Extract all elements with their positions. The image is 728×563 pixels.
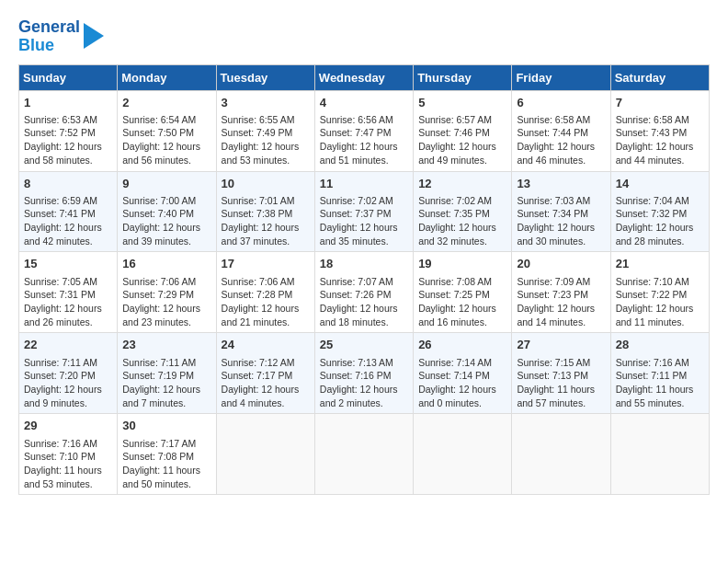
day-number: 19 [418,256,506,272]
calendar-cell: 16Sunrise: 7:06 AMSunset: 7:29 PMDayligh… [118,252,216,333]
day-info: Sunrise: 6:58 AM [517,113,605,127]
calendar-cell: 18Sunrise: 7:07 AMSunset: 7:26 PMDayligh… [314,252,413,333]
day-number: 10 [222,176,310,192]
day-info: Daylight: 12 hours and 0 minutes. [418,383,506,409]
day-number: 17 [222,256,310,272]
day-number: 29 [24,418,112,434]
day-number: 30 [122,418,210,434]
day-info: Sunset: 7:20 PM [24,369,112,383]
day-number: 7 [616,95,704,111]
day-info: Sunset: 7:43 PM [616,126,704,140]
day-info: Sunrise: 7:06 AM [122,275,210,289]
day-info: Daylight: 12 hours and 23 minutes. [122,302,210,328]
day-number: 28 [616,337,704,353]
calendar-cell: 29Sunrise: 7:16 AMSunset: 7:10 PMDayligh… [19,414,118,495]
day-number: 8 [24,176,112,192]
day-info: Daylight: 12 hours and 28 minutes. [616,221,704,247]
day-info: Daylight: 12 hours and 56 minutes. [122,140,210,167]
day-info: Sunset: 7:08 PM [122,450,210,464]
svg-marker-0 [84,23,104,49]
day-number: 21 [616,256,704,272]
day-info: Sunset: 7:31 PM [24,288,112,302]
column-header-monday: Monday [118,64,216,90]
calendar-cell: 9Sunrise: 7:00 AMSunset: 7:40 PMDaylight… [118,171,216,252]
day-info: Sunrise: 7:11 AM [24,356,112,370]
day-info: Sunset: 7:34 PM [517,207,605,221]
day-info: Sunrise: 6:56 AM [320,113,408,127]
calendar-cell: 15Sunrise: 7:05 AMSunset: 7:31 PMDayligh… [19,252,118,333]
day-info: Sunset: 7:22 PM [616,288,704,302]
calendar-cell: 8Sunrise: 6:59 AMSunset: 7:41 PMDaylight… [19,171,118,252]
day-number: 3 [222,95,310,111]
day-info: Sunrise: 7:00 AM [122,194,210,208]
day-info: Sunrise: 7:10 AM [616,275,704,289]
day-number: 2 [122,95,210,111]
day-info: Sunrise: 6:53 AM [24,113,112,127]
day-info: Daylight: 12 hours and 18 minutes. [320,302,408,328]
day-info: Daylight: 12 hours and 46 minutes. [517,140,605,167]
day-info: Daylight: 12 hours and 30 minutes. [517,221,605,247]
day-number: 14 [616,176,704,192]
day-info: Sunset: 7:49 PM [222,126,310,140]
day-info: Daylight: 12 hours and 49 minutes. [418,140,506,167]
day-info: Sunset: 7:11 PM [616,369,704,383]
calendar-header-row: SundayMondayTuesdayWednesdayThursdayFrid… [19,64,710,90]
day-info: Sunrise: 7:05 AM [24,275,112,289]
day-info: Sunset: 7:35 PM [418,207,506,221]
day-info: Sunset: 7:47 PM [320,126,408,140]
day-info: Sunrise: 7:07 AM [320,275,408,289]
calendar-cell [414,414,512,495]
day-info: Sunrise: 7:12 AM [222,356,310,370]
calendar-table: SundayMondayTuesdayWednesdayThursdayFrid… [18,64,710,496]
day-info: Sunset: 7:29 PM [122,288,210,302]
calendar-cell: 4Sunrise: 6:56 AMSunset: 7:47 PMDaylight… [314,90,413,171]
day-info: Sunset: 7:23 PM [517,288,605,302]
calendar-cell: 12Sunrise: 7:02 AMSunset: 7:35 PMDayligh… [414,171,512,252]
day-info: Sunset: 7:37 PM [320,207,408,221]
day-number: 27 [517,337,605,353]
page-header: General Blue [18,18,710,55]
day-info: Daylight: 12 hours and 9 minutes. [24,383,112,409]
logo-arrow-icon [84,23,104,49]
day-number: 1 [24,95,112,111]
calendar-cell: 2Sunrise: 6:54 AMSunset: 7:50 PMDaylight… [118,90,216,171]
day-info: Sunrise: 6:54 AM [122,113,210,127]
calendar-cell: 6Sunrise: 6:58 AMSunset: 7:44 PMDaylight… [512,90,610,171]
day-info: Sunset: 7:41 PM [24,207,112,221]
column-header-friday: Friday [512,64,610,90]
day-info: Sunrise: 7:09 AM [517,275,605,289]
column-header-tuesday: Tuesday [216,64,314,90]
day-info: Daylight: 11 hours and 50 minutes. [122,464,210,490]
day-info: Sunset: 7:40 PM [122,207,210,221]
calendar-cell: 7Sunrise: 6:58 AMSunset: 7:43 PMDaylight… [610,90,709,171]
column-header-saturday: Saturday [610,64,709,90]
day-number: 9 [122,176,210,192]
calendar-cell [512,414,610,495]
calendar-week-row: 22Sunrise: 7:11 AMSunset: 7:20 PMDayligh… [19,333,710,414]
calendar-cell: 23Sunrise: 7:11 AMSunset: 7:19 PMDayligh… [118,333,216,414]
day-info: Sunrise: 6:55 AM [222,113,310,127]
day-info: Sunset: 7:10 PM [24,450,112,464]
logo: General Blue [18,18,104,55]
calendar-cell: 10Sunrise: 7:01 AMSunset: 7:38 PMDayligh… [216,171,314,252]
day-number: 12 [418,176,506,192]
day-number: 18 [320,256,408,272]
day-info: Sunrise: 7:16 AM [616,356,704,370]
day-info: Daylight: 12 hours and 11 minutes. [616,302,704,328]
calendar-cell: 25Sunrise: 7:13 AMSunset: 7:16 PMDayligh… [314,333,413,414]
day-info: Daylight: 12 hours and 16 minutes. [418,302,506,328]
calendar-week-row: 8Sunrise: 6:59 AMSunset: 7:41 PMDaylight… [19,171,710,252]
day-info: Daylight: 11 hours and 55 minutes. [616,383,704,409]
day-info: Sunrise: 6:57 AM [418,113,506,127]
column-header-wednesday: Wednesday [314,64,413,90]
day-info: Daylight: 12 hours and 2 minutes. [320,383,408,409]
calendar-cell [216,414,314,495]
day-info: Sunrise: 7:15 AM [517,356,605,370]
day-info: Daylight: 12 hours and 53 minutes. [222,140,310,167]
calendar-cell: 21Sunrise: 7:10 AMSunset: 7:22 PMDayligh… [610,252,709,333]
day-info: Sunset: 7:13 PM [517,369,605,383]
day-info: Sunset: 7:28 PM [222,288,310,302]
calendar-cell: 11Sunrise: 7:02 AMSunset: 7:37 PMDayligh… [314,171,413,252]
day-info: Sunrise: 7:16 AM [24,437,112,451]
day-number: 4 [320,95,408,111]
